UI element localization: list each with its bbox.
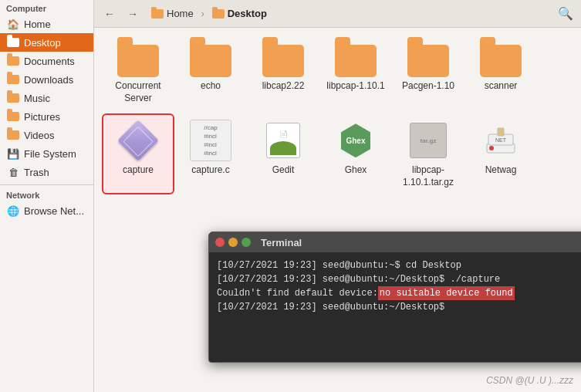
breadcrumb: Home › Desktop [147,6,272,21]
c-source-icon: //cap#incl#incl#incl [190,120,231,161]
file-item-netwag[interactable]: NET Netwag [466,115,535,193]
sidebar-item-pictures[interactable]: Pictures [0,107,93,126]
terminal-line-3: Couldn't find default device: no suitabl… [217,286,581,300]
sidebar-item-filesystem[interactable]: 💾 File System [0,144,93,163]
sidebar-item-documents[interactable]: Documents [0,52,93,70]
network-icon: 🌐 [6,204,20,218]
terminal-title: Terminal [261,237,302,248]
capture-icon [117,120,159,161]
sidebar-item-label: Pictures [24,111,60,123]
sidebar-item-label: Downloads [24,74,73,86]
sidebar-item-label: Trash [24,167,49,178]
file-label: libpcap-1.10.1.tar.gz [397,164,460,188]
folder-icon [6,73,20,86]
folder-icon [6,91,20,105]
back-button[interactable]: ← [100,5,119,23]
breadcrumb-desktop-icon [212,9,225,19]
folder-icon-large [480,45,522,77]
terminal-line-3-before: Couldn't find default device: [217,286,378,300]
folder-icon [6,110,20,123]
file-item-ghex[interactable]: Ghex Ghex [321,115,390,193]
file-item-libpcap[interactable]: libpcap-1.10.1 [321,40,390,109]
sidebar-item-home[interactable]: 🏠 Home [0,15,93,33]
watermark: CSDN @(U .U )...zzz [486,375,573,386]
terminal-close-button[interactable] [215,238,225,247]
file-item-echo[interactable]: echo [176,40,245,109]
file-item-capture-c[interactable]: //cap#incl#incl#incl capture.c [176,115,245,193]
main-area: ← → Home › Desktop 🔍 Concurrent Server e… [94,0,581,392]
filesystem-icon: 💾 [6,147,20,161]
sidebar-item-desktop[interactable]: Desktop [0,33,93,52]
sidebar-item-label: File System [24,148,76,160]
terminal-window: Terminal [10/27/2021 19:23] seed@ubuntu:… [208,231,581,363]
terminal-line-4: [10/27/2021 19:23] seed@ubuntu:~/Desktop… [217,300,581,314]
sidebar-item-label: Home [24,19,51,30]
file-item-libcap2[interactable]: libcap2.22 [248,40,318,109]
folder-icon [6,128,20,142]
forward-button[interactable]: → [123,5,142,23]
file-label: capture [123,164,154,177]
breadcrumb-separator: › [201,8,204,19]
file-label: echo [201,80,221,93]
sidebar-section-computer: Computer [0,0,93,15]
search-button[interactable]: 🔍 [556,5,575,23]
sidebar-item-label: Desktop [24,37,61,49]
toolbar: ← → Home › Desktop 🔍 [94,0,581,28]
file-item-scanner[interactable]: scanner [466,40,535,109]
sidebar-item-label: Videos [24,130,55,141]
file-item-capture[interactable]: capture [103,115,173,193]
file-item-concurrent-server[interactable]: Concurrent Server [103,40,173,109]
netwag-icon: NET [480,120,522,161]
folder-icon [6,54,20,68]
folder-icon [6,35,20,49]
breadcrumb-home[interactable]: Home [147,6,198,21]
terminal-body[interactable]: [10/27/2021 19:23] seed@ubuntu:~$ cd Des… [209,252,581,320]
terminal-line-2: [10/27/2021 19:23] seed@ubuntu:~/Desktop… [217,272,581,286]
file-label: capture.c [191,164,229,177]
folder-icon-large [117,45,159,77]
sidebar: Computer 🏠 Home Desktop Documents Downlo… [0,0,94,392]
sidebar-item-label: Documents [24,56,75,67]
file-label: Concurrent Server [106,80,170,104]
folder-icon-large [262,45,304,77]
breadcrumb-home-label: Home [167,8,194,19]
breadcrumb-desktop-label: Desktop [228,8,267,19]
terminal-maximize-button[interactable] [242,238,251,247]
sidebar-item-trash[interactable]: 🗑 Trash [0,163,93,181]
sidebar-item-music[interactable]: Music [0,89,93,107]
folder-icon-large [190,45,231,77]
svg-point-1 [489,146,494,150]
sidebar-section-network: Network [0,187,93,201]
file-item-targz[interactable]: tar.gz libpcap-1.10.1.tar.gz [394,115,463,193]
svg-text:NET: NET [495,137,507,143]
targz-icon: tar.gz [407,120,449,161]
sidebar-network-section: Network 🌐 Browse Net... [0,184,93,220]
sidebar-item-browse-network[interactable]: 🌐 Browse Net... [0,201,93,220]
file-item-pacgen[interactable]: Pacgen-1.10 [394,40,463,109]
trash-icon: 🗑 [6,165,20,179]
terminal-highlight: no suitable device found [378,286,515,300]
home-icon: 🏠 [6,17,20,31]
sidebar-item-label: Browse Net... [24,205,84,217]
sidebar-item-label: Music [24,93,50,104]
sidebar-item-videos[interactable]: Videos [0,126,93,144]
breadcrumb-home-icon [151,9,164,19]
breadcrumb-desktop[interactable]: Desktop [208,6,272,21]
svg-rect-4 [498,128,504,136]
sidebar-item-downloads[interactable]: Downloads [0,70,93,89]
file-label: Ghex [345,164,367,177]
terminal-minimize-button[interactable] [228,238,238,247]
file-label: libpcap-1.10.1 [326,80,384,93]
terminal-line-1: [10/27/2021 19:23] seed@ubuntu:~$ cd Des… [217,259,581,272]
folder-icon-large [335,45,377,77]
file-label: Pacgen-1.10 [402,80,454,93]
gedit-icon: 📄 [262,120,304,161]
file-item-gedit[interactable]: 📄 Gedit [248,115,318,193]
file-label: Gedit [272,164,295,177]
ghex-icon: Ghex [335,120,377,161]
terminal-titlebar: Terminal [209,232,581,252]
file-label: libcap2.22 [262,80,305,93]
folder-icon-large [407,45,449,77]
file-label: Netwag [485,164,517,177]
file-label: scanner [485,80,518,93]
